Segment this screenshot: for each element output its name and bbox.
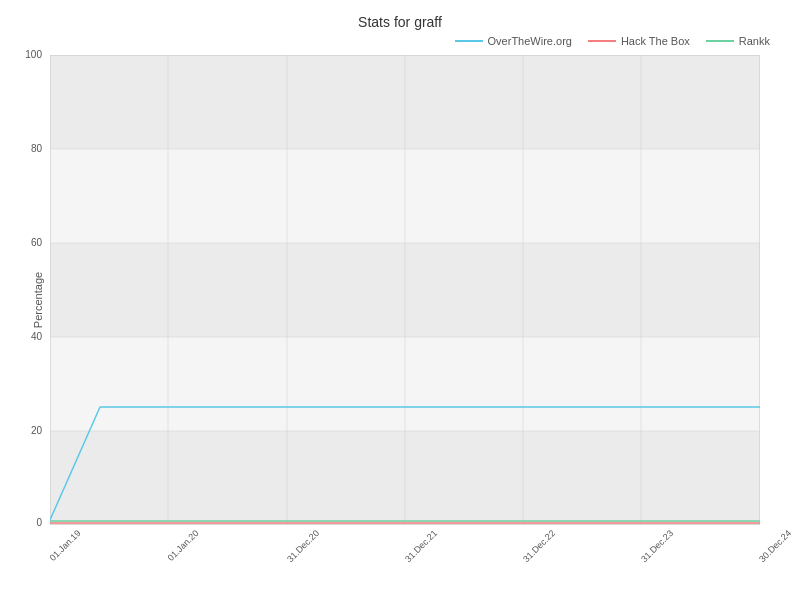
- y-tick-labels: 100 80 60 40 20 0: [8, 55, 46, 525]
- y-tick-20: 20: [31, 425, 42, 436]
- legend-label-rankk: Rankk: [739, 35, 770, 47]
- chart-legend: OverTheWire.org Hack The Box Rankk: [455, 35, 770, 47]
- legend-label-overwire: OverTheWire.org: [488, 35, 572, 47]
- chart-container: Stats for graff Percentage OverTheWire.o…: [0, 0, 800, 600]
- y-tick-80: 80: [31, 143, 42, 154]
- legend-line-rankk: [706, 40, 734, 42]
- x-tick-0: 01.Jan.19: [48, 528, 83, 563]
- x-tick-labels: 01.Jan.19 01.Jan.20 31.Dec.20 31.Dec.21 …: [50, 528, 760, 568]
- legend-label-htb: Hack The Box: [621, 35, 690, 47]
- x-tick-5: 31.Dec.23: [639, 528, 675, 564]
- y-tick-40: 40: [31, 331, 42, 342]
- x-tick-2: 31.Dec.20: [285, 528, 321, 564]
- chart-title: Stats for graff: [0, 0, 800, 36]
- chart-svg: [50, 55, 760, 525]
- x-tick-1: 01.Jan.20: [166, 528, 201, 563]
- legend-item-htb: Hack The Box: [588, 35, 690, 47]
- y-tick-0: 0: [36, 517, 42, 528]
- y-tick-100: 100: [25, 49, 42, 60]
- x-tick-3: 31.Dec.21: [403, 528, 439, 564]
- x-tick-6: 30.Dec.24: [757, 528, 793, 564]
- x-tick-4: 31.Dec.22: [521, 528, 557, 564]
- y-tick-60: 60: [31, 237, 42, 248]
- legend-item-rankk: Rankk: [706, 35, 770, 47]
- legend-item-overwire: OverTheWire.org: [455, 35, 572, 47]
- legend-line-overwire: [455, 40, 483, 42]
- legend-line-htb: [588, 40, 616, 42]
